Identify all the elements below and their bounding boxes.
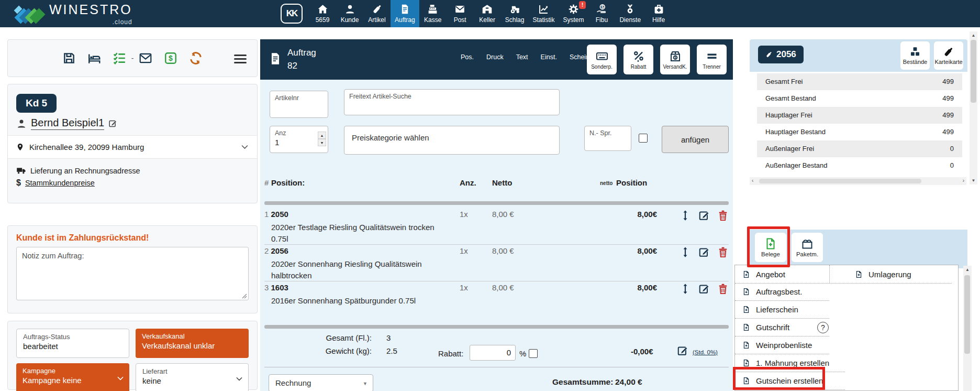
checklist-icon[interactable] bbox=[113, 51, 126, 65]
bestaende-button[interactable]: Bestände bbox=[900, 41, 930, 70]
scroll-up-icon[interactable]: ▲ bbox=[970, 33, 977, 38]
menu-item-gutschrift[interactable]: Gutschrift bbox=[735, 319, 829, 336]
menu-item-lieferschein[interactable]: Lieferschein bbox=[735, 301, 829, 319]
sales-channel-field[interactable]: Verkaufskanal Verkaufskanal unklar bbox=[136, 329, 249, 358]
menu-item-label: 1. Mahnung erstellen bbox=[756, 359, 829, 367]
nav-item-fibu[interactable]: Fibu bbox=[588, 0, 615, 27]
nav-item-keller[interactable]: Keller bbox=[474, 0, 501, 27]
nspr-input[interactable]: N.- Spr. bbox=[584, 126, 631, 151]
nav-item-hilfe[interactable]: Hilfe bbox=[645, 0, 672, 27]
bed-icon[interactable] bbox=[87, 51, 101, 65]
customer-name-row: Bernd Beispiel1 bbox=[16, 117, 257, 130]
nav-item-post[interactable]: Post bbox=[447, 0, 474, 27]
chevron-down-icon[interactable] bbox=[241, 143, 249, 151]
nav-item-schlag[interactable]: Schlag bbox=[501, 0, 529, 27]
move-updown-icon[interactable] bbox=[680, 283, 691, 295]
refresh-icon[interactable] bbox=[189, 51, 203, 65]
envelope-icon[interactable] bbox=[139, 51, 152, 65]
nav-item-dienste[interactable]: Dienste bbox=[615, 0, 645, 27]
scrollbar-thumb[interactable] bbox=[759, 179, 921, 183]
shipping-type-field[interactable]: Lieferart keine bbox=[136, 363, 249, 391]
scroll-right-icon[interactable]: › bbox=[963, 178, 964, 183]
nav-item-kunde[interactable]: Kunde bbox=[336, 0, 363, 27]
horizontal-scrollbar[interactable]: ‹ › bbox=[750, 177, 966, 185]
document-type-select[interactable]: Rechnung ▼ bbox=[269, 374, 373, 391]
wine-bottle-icon bbox=[765, 51, 773, 58]
nav-item-home[interactable]: 5659 bbox=[309, 0, 336, 27]
nav-item-kasse[interactable]: Kasse bbox=[419, 0, 447, 27]
trash-icon[interactable] bbox=[717, 283, 729, 295]
rabatt-input[interactable]: 0 bbox=[470, 345, 516, 361]
scroll-up-icon[interactable]: ▲ bbox=[963, 267, 972, 272]
cubes-icon bbox=[909, 46, 921, 58]
tab-pos[interactable]: Pos. bbox=[461, 53, 474, 61]
move-updown-icon[interactable] bbox=[680, 246, 691, 258]
quantity-stepper[interactable]: Anz 1 ▲ ▼ bbox=[270, 126, 328, 153]
stock-row: Außenlager Frei 0 bbox=[757, 140, 962, 157]
trenner-button[interactable]: Trenner bbox=[697, 45, 727, 74]
kk-workspace-button[interactable]: KK bbox=[281, 4, 303, 24]
menu-vertical-scrollbar[interactable]: ▲ bbox=[963, 266, 972, 391]
vertical-scrollbar[interactable]: ▲ ▼ bbox=[970, 31, 977, 184]
freitext-search-input[interactable]: Freitext Artikel-Suche bbox=[344, 89, 560, 115]
sonderpreis-button[interactable]: Sonderp. bbox=[587, 45, 617, 74]
scrollbar-thumb[interactable] bbox=[971, 40, 976, 103]
position-row: 1 2050 1x 8,00 € 8,00€ 2020er Testlage R… bbox=[264, 210, 729, 245]
nav-item-statistik[interactable]: Statistik bbox=[528, 0, 559, 27]
rabatt-button[interactable]: Rabatt bbox=[623, 45, 653, 74]
resize-handle-icon[interactable] bbox=[242, 294, 247, 299]
tab-druck[interactable]: Druck bbox=[486, 53, 504, 61]
customer-name-link[interactable]: Bernd Beispiel1 bbox=[31, 117, 104, 130]
paketmarke-button[interactable]: Paketm. bbox=[792, 233, 823, 262]
customer-address-row[interactable]: Kirchenallee 39, 20099 Hamburg bbox=[8, 135, 257, 159]
trash-icon[interactable] bbox=[717, 246, 729, 258]
scrollbar-thumb[interactable] bbox=[964, 275, 970, 354]
tab-einst[interactable]: Einst. bbox=[541, 53, 557, 61]
scroll-down-icon[interactable]: ▼ bbox=[970, 178, 977, 183]
menu-item-weinprobenliste[interactable]: Weinprobenliste bbox=[735, 336, 829, 354]
belege-button[interactable]: Belege bbox=[755, 233, 786, 262]
location-pin-icon bbox=[16, 143, 24, 151]
nspr-checkbox[interactable] bbox=[639, 134, 648, 143]
scroll-left-icon[interactable]: ‹ bbox=[752, 178, 753, 183]
edit-icon[interactable] bbox=[698, 246, 710, 258]
dollar-icon: $ bbox=[16, 178, 21, 188]
menu-icon[interactable] bbox=[234, 52, 247, 66]
stepper-up-button[interactable]: ▲ bbox=[318, 132, 326, 139]
nav-item-system[interactable]: ! System bbox=[559, 0, 588, 27]
karteikarte-button[interactable]: Karteikarte bbox=[934, 41, 963, 70]
winestro-logo: WINESTRO .cloud bbox=[16, 3, 132, 28]
order-note-textarea[interactable]: Notiz zum Auftrag: bbox=[16, 247, 249, 300]
tab-text[interactable]: Text bbox=[516, 53, 528, 61]
std-rate-link[interactable]: (Std. 0%) bbox=[693, 349, 718, 355]
edit-icon[interactable] bbox=[108, 119, 117, 128]
menu-item-mahnung[interactable]: 1. Mahnung erstellen bbox=[735, 354, 845, 372]
versandkosten-button[interactable]: VersandK. bbox=[660, 45, 690, 74]
menu-item-auftragsbestaetigung[interactable]: Auftragsbest. bbox=[735, 283, 829, 301]
rabatt-checkbox[interactable] bbox=[529, 349, 538, 358]
dollar-square-icon[interactable] bbox=[164, 51, 177, 65]
campaign-field[interactable]: Kampagne Kampagne keine bbox=[16, 363, 129, 391]
belege-dropdown-menu: Angebot Umlagerung Auftragsbest. Liefers… bbox=[734, 265, 959, 391]
menu-item-gutschein[interactable]: Gutschein erstellen bbox=[735, 372, 845, 390]
price-category-select[interactable]: Preiskategorie wählen bbox=[344, 126, 560, 155]
artikelnr-input[interactable]: Artikelnr bbox=[270, 91, 328, 118]
stepper-down-button[interactable]: ▼ bbox=[318, 139, 326, 146]
stammkundenpreise-link[interactable]: Stammkundenpreise bbox=[25, 179, 95, 187]
edit-icon[interactable] bbox=[698, 210, 710, 221]
help-icon[interactable]: ? bbox=[817, 322, 829, 333]
anfuegen-button[interactable]: anfügen bbox=[662, 126, 729, 153]
nav-item-auftrag[interactable]: Auftrag bbox=[391, 0, 419, 27]
move-updown-icon[interactable] bbox=[680, 210, 691, 221]
edit-icon[interactable] bbox=[698, 283, 710, 295]
nav-item-artikel[interactable]: Artikel bbox=[363, 0, 391, 27]
order-status-field[interactable]: Auftrags-Status bearbeitet bbox=[16, 329, 129, 358]
menu-item-angebot[interactable]: Angebot bbox=[735, 265, 829, 283]
edit-icon[interactable] bbox=[677, 345, 688, 356]
trash-icon[interactable] bbox=[717, 210, 729, 221]
save-icon[interactable] bbox=[62, 51, 76, 65]
customer-number-badge: Kd 5 bbox=[16, 94, 57, 113]
totals-divider bbox=[264, 367, 729, 367]
article-description: 2020er Testlage Riesling Qualitätswein t… bbox=[271, 222, 449, 245]
menu-item-umlagerung[interactable]: Umlagerung bbox=[848, 265, 952, 283]
